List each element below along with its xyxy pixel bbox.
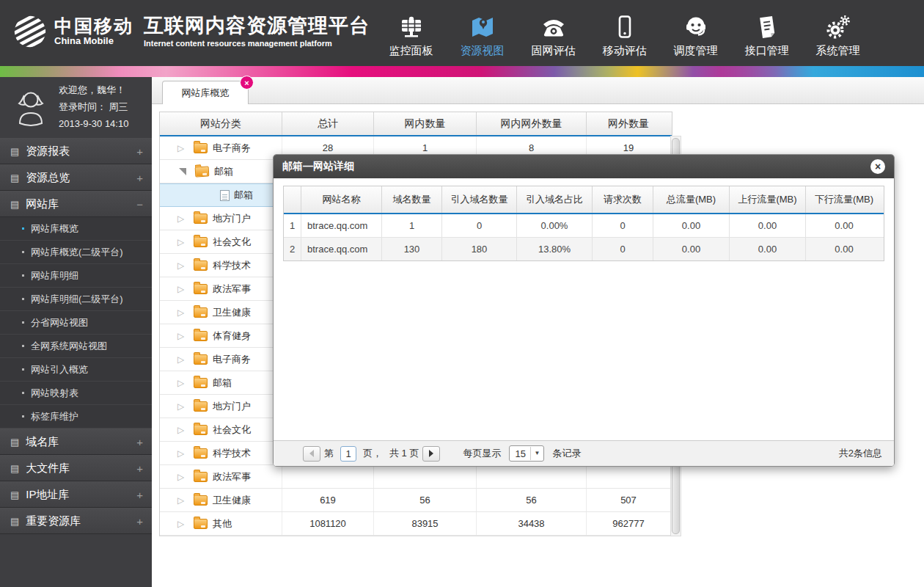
nav-item-monitor-panel[interactable]: 监控面板 [375, 9, 447, 58]
tree-cell[interactable]: ▷科学技术 [160, 254, 282, 277]
table-row[interactable]: ▷政法军事 [160, 465, 672, 489]
tree-cell[interactable]: ▷电子商务 [160, 136, 282, 159]
category-label: 政法军事 [213, 470, 251, 484]
expand-arrow-icon[interactable]: ▷ [177, 495, 188, 506]
sidebar-item[interactable]: 网站映射表 [0, 382, 152, 405]
sidebar-item[interactable]: 网站引入概览 [0, 358, 152, 382]
tree-cell[interactable]: ▷地方门户 [160, 395, 282, 418]
sidebar-item[interactable]: 网站库概览 [0, 217, 152, 241]
chevron-down-icon: ▼ [530, 447, 544, 460]
document-icon [731, 9, 802, 40]
sidebar-item[interactable]: 分省网站视图 [0, 311, 152, 335]
sidebar-group-5[interactable]: ▤IP地址库+ [0, 481, 152, 508]
category-label: 其他 [213, 517, 232, 531]
expander-icon[interactable]: − [136, 198, 143, 211]
tab-website-overview[interactable]: 网站库概览 × [162, 81, 249, 104]
sidebar-group-label: 域名库 [26, 435, 136, 449]
tree-cell[interactable]: ▷社会文化 [160, 230, 282, 253]
tree-cell[interactable]: ▷卫生健康 [160, 489, 282, 511]
sidebar-item[interactable]: 全网系统网站视图 [0, 335, 152, 358]
tree-cell[interactable]: ▷邮箱 [160, 371, 282, 394]
next-page-button[interactable] [422, 446, 440, 462]
table-row[interactable]: 1btrace.qq.com100.00%00.000.000.00 [284, 214, 884, 238]
sidebar-item[interactable]: 标签库维护 [0, 405, 152, 429]
tree-cell[interactable]: ▷电子商务 [160, 348, 282, 371]
value-cell: 56 [374, 489, 477, 511]
tree-cell[interactable]: ▷政法军事 [160, 277, 282, 300]
sidebar-group-2[interactable]: ▤网站库− [0, 191, 152, 217]
expander-icon[interactable]: + [136, 489, 143, 501]
close-icon[interactable]: × [870, 159, 885, 174]
per-page-select[interactable]: 15 ▼ [509, 445, 544, 462]
sidebar-group-label: 大文件库 [26, 462, 136, 475]
expand-arrow-icon[interactable]: ▷ [177, 448, 188, 459]
nav-item-fixed-network-eval[interactable]: 固网评估 [518, 9, 589, 58]
expand-arrow-icon[interactable]: ▷ [177, 260, 188, 271]
value-cell: 34438 [477, 512, 587, 535]
tree-cell[interactable]: 邮箱 [160, 160, 282, 183]
expander-icon[interactable]: + [136, 515, 143, 528]
expander-icon[interactable]: + [136, 436, 143, 448]
table-row[interactable]: 2btrace.qq.com13018013.80%00.000.000.00 [284, 238, 884, 260]
sidebar-group-0[interactable]: ▤资源报表+ [0, 138, 152, 164]
value-cell: 1 [284, 214, 301, 237]
category-label: 邮箱 [234, 189, 253, 202]
prev-page-button[interactable] [303, 446, 320, 462]
sidebar-group-4[interactable]: ▤大文件库+ [0, 455, 152, 481]
expand-arrow-icon[interactable]: ▷ [177, 307, 188, 318]
expand-arrow-icon[interactable]: ▷ [177, 331, 188, 341]
tree-cell[interactable]: ▷社会文化 [160, 418, 282, 441]
tree-cell[interactable]: ▷体育健身 [160, 324, 282, 347]
sidebar-group-3[interactable]: ▤域名库+ [0, 429, 152, 455]
nav-item-mobile-eval[interactable]: 移动评估 [589, 9, 660, 58]
expand-arrow-icon[interactable]: ▷ [177, 519, 188, 529]
tree-cell[interactable]: ▷其他 [160, 512, 282, 535]
sidebar-item[interactable]: 网站库明细(二级平台) [0, 288, 152, 311]
document-icon: ▤ [10, 489, 19, 500]
expand-arrow-icon[interactable]: ▷ [177, 143, 188, 153]
expander-icon[interactable]: + [136, 172, 143, 184]
sidebar-group-6[interactable]: ▤重要资源库+ [0, 508, 152, 534]
nav-item-dispatch-mgmt[interactable]: 调度管理 [660, 9, 731, 58]
platform-title-zh: 互联网内容资源管理平台 [144, 16, 370, 36]
table-row[interactable]: ▷其他10811208391534438962777 [160, 512, 672, 536]
expander-icon[interactable]: + [136, 462, 143, 475]
platform-title-en: Internet content resources management pl… [144, 39, 370, 48]
folder-icon [194, 495, 208, 506]
login-time-value: 2013-9-30 14:10 [59, 116, 128, 133]
category-label: 邮箱 [213, 376, 232, 390]
sidebar-group-1[interactable]: ▤资源总览+ [0, 164, 152, 191]
value-cell [374, 465, 477, 488]
nav-item-interface-mgmt[interactable]: 接口管理 [731, 9, 802, 58]
expand-arrow-icon[interactable]: ▷ [177, 425, 188, 435]
nav-item-system-mgmt[interactable]: 系统管理 [802, 9, 873, 58]
tree-cell[interactable]: 邮箱 [160, 184, 282, 206]
tree-cell[interactable]: ▷政法军事 [160, 465, 282, 488]
total-records-label: 共2条信息 [839, 447, 882, 460]
collapse-arrow-icon[interactable] [179, 168, 186, 175]
sidebar-item[interactable]: 网站库概览(二级平台) [0, 241, 152, 264]
expand-arrow-icon[interactable]: ▷ [177, 354, 188, 365]
china-mobile-logo [12, 13, 48, 50]
expand-arrow-icon[interactable]: ▷ [177, 401, 188, 412]
value-cell [587, 465, 670, 488]
expand-arrow-icon[interactable]: ▷ [177, 378, 188, 388]
tree-cell[interactable]: ▷科学技术 [160, 442, 282, 464]
expand-arrow-icon[interactable]: ▷ [177, 237, 188, 247]
sidebar-item[interactable]: 网站库明细 [0, 264, 152, 288]
tree-cell[interactable]: ▷卫生健康 [160, 301, 282, 324]
expand-arrow-icon[interactable]: ▷ [177, 284, 188, 294]
folder-icon [194, 472, 208, 482]
nav-item-resource-view[interactable]: 资源视图 [447, 9, 518, 58]
tree-cell[interactable]: ▷地方门户 [160, 207, 282, 230]
expand-arrow-icon[interactable]: ▷ [177, 214, 188, 224]
expander-icon[interactable]: + [136, 145, 143, 158]
column-header: 引入域名占比 [517, 186, 593, 213]
expand-arrow-icon[interactable]: ▷ [177, 472, 188, 482]
tab-close-icon[interactable]: × [240, 76, 254, 90]
sidebar-group-label: 重要资源库 [26, 514, 136, 528]
detail-table-body: 1btrace.qq.com100.00%00.000.000.002btrac… [284, 214, 884, 260]
document-icon: ▤ [10, 146, 19, 157]
page-number-input[interactable]: 1 [340, 446, 356, 462]
table-row[interactable]: ▷卫生健康6195656507 [160, 489, 672, 512]
